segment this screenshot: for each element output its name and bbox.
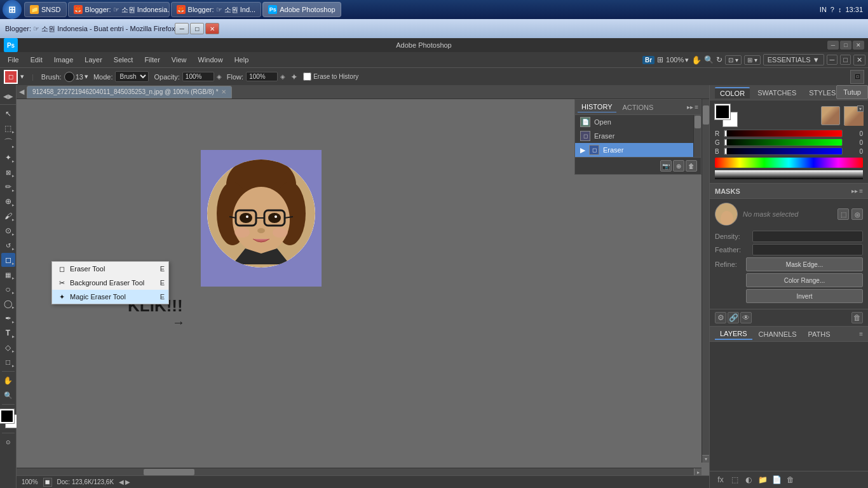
channels-tab[interactable]: CHANNELS bbox=[754, 329, 802, 339]
ps-maximize-button[interactable]: □ bbox=[840, 41, 851, 50]
color-spectrum[interactable] bbox=[715, 158, 863, 168]
color-range-button[interactable]: Color Range... bbox=[746, 273, 863, 287]
move-tool[interactable]: ↖ bbox=[1, 107, 15, 121]
erase-history-checkbox[interactable] bbox=[303, 72, 311, 81]
invert-button[interactable]: Invert bbox=[746, 289, 863, 303]
vscroll-down-btn[interactable]: ▾ bbox=[702, 455, 709, 463]
eraser-tool-menu-item[interactable]: ◻ Eraser Tool E bbox=[52, 262, 168, 276]
fg-bg-swatch[interactable] bbox=[715, 104, 738, 127]
history-expand-btn[interactable]: ▸▸ bbox=[687, 104, 693, 111]
maximize-button[interactable]: □ bbox=[190, 23, 204, 34]
paths-tab[interactable]: PATHS bbox=[803, 329, 836, 339]
gradient-tool[interactable]: ▦▸ bbox=[1, 268, 15, 281]
ps-minimize-button[interactable]: ─ bbox=[827, 41, 839, 50]
menu-edit[interactable]: Edit bbox=[25, 55, 48, 65]
history-menu-btn[interactable]: ≡ bbox=[695, 104, 698, 111]
magic-eraser-menu-item[interactable]: ✦ Magic Eraser Tool E bbox=[52, 290, 168, 304]
menu-filter[interactable]: Filter bbox=[139, 55, 165, 65]
taskbar-tab-blogger2[interactable]: 🦊 Blogger: ☞ 소원 Ind... bbox=[171, 2, 262, 17]
bridge-btn[interactable]: Br bbox=[642, 56, 654, 64]
mask-add-pixel-btn[interactable]: ⬚ bbox=[837, 208, 849, 220]
quick-select-tool[interactable]: ✦▸ bbox=[1, 151, 15, 165]
g-slider-thumb[interactable] bbox=[724, 139, 727, 146]
layout-icon[interactable]: ⊞ bbox=[657, 55, 663, 64]
doc-tab-close[interactable]: ✕ bbox=[221, 88, 226, 95]
extras-btn[interactable]: ⊞ ▾ bbox=[744, 55, 761, 65]
masks-menu-btn[interactable]: ≡ bbox=[859, 187, 863, 194]
essentials-button[interactable]: ESSENTIALS ▼ bbox=[763, 54, 824, 65]
r-slider-thumb[interactable] bbox=[724, 130, 727, 137]
mask-edge-button[interactable]: Mask Edge... bbox=[746, 257, 863, 271]
b-slider-thumb[interactable] bbox=[724, 148, 727, 154]
start-button[interactable]: ⊞ bbox=[3, 0, 22, 19]
status-left-btn[interactable]: ◀ bbox=[119, 478, 124, 485]
dodge-tool[interactable]: ◯▸ bbox=[1, 297, 15, 311]
layer-mask-btn[interactable]: ⬚ bbox=[729, 474, 740, 485]
mask-link-btn[interactable]: 🔗 bbox=[728, 312, 739, 323]
history-scrollbar[interactable] bbox=[693, 115, 701, 157]
nav-hand-icon[interactable]: ✋ bbox=[691, 55, 702, 65]
mask-view-btn[interactable]: 👁 bbox=[740, 312, 752, 323]
doc-tabs-scroll-left[interactable]: ◀ bbox=[19, 88, 24, 96]
nav-rotate-icon[interactable]: ↻ bbox=[716, 55, 722, 64]
history-snapshot-btn[interactable]: 📷 bbox=[660, 160, 672, 172]
pen-tool[interactable]: ✒▸ bbox=[1, 311, 15, 325]
layers-tab[interactable]: LAYERS bbox=[715, 329, 752, 340]
g-slider[interactable] bbox=[724, 139, 843, 146]
close-button[interactable]: ✕ bbox=[205, 23, 219, 34]
crop-tool[interactable]: ⊠▸ bbox=[1, 165, 15, 179]
ps-close-button[interactable]: ✕ bbox=[853, 41, 864, 50]
foreground-color[interactable] bbox=[0, 409, 14, 423]
zoom-dropdown-icon[interactable]: ▾ bbox=[685, 56, 689, 64]
zoom-tool-btn[interactable]: 🔍 bbox=[1, 388, 15, 402]
brush-picker[interactable]: 13 ▾ bbox=[64, 72, 88, 82]
swatches-tab[interactable]: SWATCHES bbox=[752, 88, 801, 98]
marquee-tool[interactable]: ⬚▸ bbox=[1, 121, 15, 135]
layer-new-btn[interactable]: 📄 bbox=[771, 474, 782, 485]
layers-menu-btn[interactable]: ≡ bbox=[859, 330, 863, 337]
styles-tab[interactable]: STYLES bbox=[804, 88, 841, 98]
airbrush-icon[interactable]: ✦ bbox=[290, 72, 298, 82]
tutup-button[interactable]: Tutup bbox=[836, 85, 868, 99]
history-item-eraser2[interactable]: ▶ ◻ Eraser bbox=[575, 143, 701, 157]
canvas-hscrollbar[interactable]: ▸ bbox=[17, 468, 702, 475]
menu-file[interactable]: File bbox=[3, 55, 24, 65]
menu-image[interactable]: Image bbox=[49, 55, 79, 65]
doc-tab-main[interactable]: 912458_272721946204011_845035253_n.jpg @… bbox=[27, 86, 232, 98]
history-new-btn[interactable]: ⊕ bbox=[673, 160, 684, 172]
r-slider[interactable] bbox=[724, 130, 843, 137]
mode-select[interactable]: Brush bbox=[115, 71, 149, 82]
status-icon[interactable]: 🔲 bbox=[43, 478, 52, 487]
panel-toggle-btn[interactable]: ⊡ bbox=[850, 70, 864, 84]
background-eraser-menu-item[interactable]: ✂ Background Eraser Tool E bbox=[52, 276, 168, 290]
eraser-tool-btn[interactable]: ◻▸ bbox=[1, 253, 15, 267]
nav-arrows-btn[interactable]: ◀▶ bbox=[1, 89, 15, 103]
history-delete-btn[interactable]: 🗑 bbox=[686, 160, 697, 172]
clone-tool[interactable]: ⊙▸ bbox=[1, 224, 15, 238]
mask-delete-btn[interactable]: 🗑 bbox=[851, 312, 863, 323]
color-extra-arrow[interactable]: ▾ bbox=[857, 105, 864, 112]
tool-preset-arrow[interactable]: ▾ bbox=[20, 72, 24, 81]
ps-menu-close[interactable]: ✕ bbox=[853, 55, 865, 65]
layer-adjustment-btn[interactable]: ◐ bbox=[743, 474, 754, 485]
eraser-tool-icon[interactable]: ◻ bbox=[4, 70, 18, 84]
ps-menu-minimize[interactable]: ─ bbox=[827, 55, 838, 65]
taskbar-tab-folder[interactable]: 📁 SNSD bbox=[24, 2, 67, 17]
shape-tool[interactable]: □▸ bbox=[1, 355, 15, 369]
feather-input[interactable] bbox=[752, 244, 863, 255]
screen-mode-btn[interactable]: ⊡ ▾ bbox=[725, 55, 742, 65]
density-input[interactable] bbox=[752, 231, 863, 242]
hand-tool[interactable]: ✋ bbox=[1, 374, 15, 388]
history-brush-tool[interactable]: ↺▸ bbox=[1, 238, 15, 252]
color-tab[interactable]: COLOR bbox=[715, 87, 750, 98]
hscroll-right-btn[interactable]: ▸ bbox=[694, 468, 702, 475]
lasso-tool[interactable]: ⌒▸ bbox=[1, 136, 15, 150]
nav-zoom-icon[interactable]: 🔍 bbox=[704, 55, 714, 64]
quick-mask-btn[interactable]: ⊙ bbox=[1, 435, 15, 449]
healing-tool[interactable]: ⊕▸ bbox=[1, 194, 15, 208]
menu-help[interactable]: Help bbox=[229, 55, 254, 65]
taskbar-tab-photoshop[interactable]: Ps Adobe Photoshop bbox=[262, 2, 341, 17]
mask-settings-btn[interactable]: ⚙ bbox=[715, 312, 726, 323]
canvas-vscrollbar[interactable]: ▾ bbox=[702, 99, 709, 463]
history-item-open[interactable]: 📄 Open bbox=[575, 115, 701, 129]
